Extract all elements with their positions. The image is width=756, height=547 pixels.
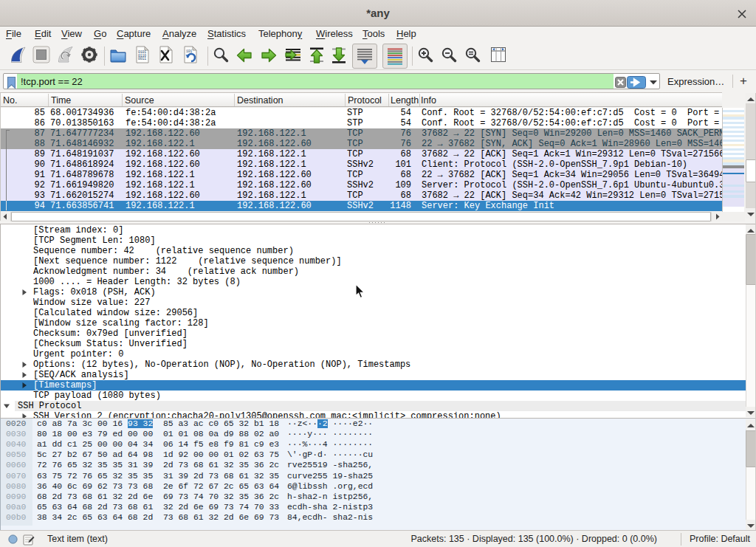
svg-text:0011: 0011 [138, 57, 146, 61]
svg-text:101: 101 [186, 49, 193, 53]
